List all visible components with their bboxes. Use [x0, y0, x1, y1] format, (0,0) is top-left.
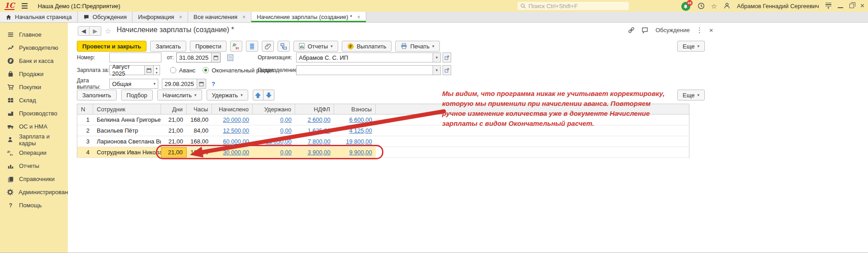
form-close-icon[interactable]: × [709, 27, 713, 33]
department-input[interactable] [296, 65, 433, 75]
sidebar-item[interactable]: ОС и НМА [0, 120, 68, 133]
sidebar-item[interactable]: ДтКтОперации [0, 146, 68, 159]
tab[interactable]: Информация× [132, 12, 188, 22]
column-header[interactable]: Сотрудник [93, 104, 161, 114]
restore-button[interactable] [849, 4, 854, 8]
pick-button[interactable]: Подбор [121, 90, 153, 100]
post-and-close-button[interactable]: Провести и закрыть [77, 41, 146, 52]
sidebar-item[interactable]: Продажи [0, 67, 68, 81]
minimize-button[interactable] [838, 7, 843, 8]
column-header[interactable]: Начислено [212, 104, 253, 114]
month-spinner[interactable]: ▲▼ [154, 65, 160, 75]
history-icon[interactable] [698, 2, 705, 10]
forward-button[interactable]: ▶ [90, 26, 101, 36]
tab-close-icon[interactable]: × [357, 14, 360, 20]
sidebar-item[interactable]: Главное [0, 28, 68, 41]
table-more-button[interactable]: Еще▾ [677, 90, 705, 100]
pay-date-value[interactable]: 29.08.2025 [162, 79, 197, 88]
tab[interactable]: Обсуждения [78, 12, 133, 22]
sidebar-item[interactable]: Склад [0, 94, 68, 107]
move-up-button[interactable] [253, 90, 264, 100]
show-postings-button[interactable]: ДтКт [230, 41, 242, 52]
salary-month-field[interactable]: Август 2025 [109, 65, 154, 75]
spin-up-icon[interactable]: ▲ [154, 66, 160, 70]
reports-button[interactable]: Отчеты▾ [293, 41, 338, 52]
cell-withheld[interactable]: 0,00 [253, 115, 295, 125]
current-user-name[interactable]: Абрамов Геннадий Сергеевич [737, 3, 819, 10]
pay-date-mode-select[interactable]: Общая ▾ [109, 79, 158, 89]
form-more-button[interactable]: Еще▾ [677, 41, 705, 52]
salary-month-value[interactable]: Август 2025 [110, 66, 144, 75]
sidebar-item[interactable]: ?Помощь [0, 199, 68, 212]
tab[interactable]: Начисление зарплаты (создание) *× [251, 12, 366, 22]
tab[interactable]: Начальная страница [0, 12, 78, 22]
pay-button[interactable]: ₽ Выплатить [342, 41, 392, 52]
tab[interactable]: Все начисления× [188, 12, 251, 22]
advance-radio[interactable] [170, 67, 176, 73]
add-favorite-star-icon[interactable]: ☆ [105, 27, 111, 35]
cell-contrib[interactable]: 4 125,00 [334, 125, 376, 136]
sidebar-item[interactable]: Производство [0, 107, 68, 120]
sidebar-item[interactable]: Справочники [0, 172, 68, 186]
organization-input[interactable]: Абрамов С. С. ИП [296, 53, 433, 62]
sidebar-item[interactable]: Зарплата и кадры [0, 133, 68, 146]
move-down-button[interactable] [264, 90, 274, 100]
document-date-value[interactable]: 31.08.2025 [177, 53, 211, 62]
sidebar-item[interactable]: ₽Банк и касса [0, 54, 68, 67]
service-menu-icon[interactable]: ▼ [826, 3, 831, 10]
sidebar-item[interactable]: Администрирование [0, 186, 68, 199]
cell-withheld[interactable]: 0,00 [253, 125, 295, 136]
document-date-field[interactable]: 31.08.2025 [176, 53, 221, 62]
fill-button[interactable]: Заполнить [77, 90, 117, 100]
attachments-button[interactable] [262, 41, 274, 52]
organization-dropdown-button[interactable]: ▾ [433, 53, 441, 62]
registers-list-button[interactable] [246, 41, 258, 52]
calendar-button[interactable] [197, 79, 206, 88]
column-header[interactable]: N [77, 104, 93, 114]
final-settlement-radio[interactable] [203, 67, 209, 73]
window-close-button[interactable]: × [860, 2, 864, 10]
help-link[interactable]: ? [212, 81, 215, 87]
department-dropdown-button[interactable]: ▾ [433, 65, 441, 75]
cell-accrued[interactable]: 20 000,00 [212, 115, 253, 125]
favorites-star-icon[interactable]: ☆ [711, 3, 717, 10]
back-button[interactable]: ◀ [78, 26, 90, 36]
column-header[interactable]: Дни [161, 104, 187, 114]
notifications-button[interactable]: 18 [681, 1, 691, 11]
accrue-button[interactable]: Начислить▾ [157, 90, 202, 100]
copy-link-icon[interactable] [627, 26, 635, 34]
tab-close-icon[interactable]: × [179, 14, 182, 20]
cell-ndfl[interactable]: 2 600,00 [295, 115, 334, 125]
withhold-button[interactable]: Удержать▾ [207, 90, 248, 100]
calendar-button[interactable] [211, 53, 220, 62]
print-button[interactable]: Печать▾ [395, 41, 439, 52]
save-button[interactable]: Записать [150, 41, 186, 52]
more-dots-icon[interactable]: ⋮ [696, 27, 703, 33]
sidebar-item[interactable]: Руководителю [0, 41, 68, 54]
document-structure-button[interactable] [278, 41, 290, 52]
cell-accrued[interactable]: 12 500,00 [212, 125, 253, 136]
document-list-icon[interactable] [227, 54, 234, 61]
sidebar-item[interactable]: Отчеты [0, 159, 68, 172]
number-input[interactable] [109, 53, 161, 62]
grid-icon [7, 97, 14, 104]
discussion-link[interactable]: Обсуждение [656, 27, 690, 33]
column-header[interactable]: Часы [187, 104, 212, 114]
department-open-button[interactable] [443, 65, 451, 75]
column-header[interactable]: НДФЛ [295, 104, 334, 114]
pay-date-field[interactable]: 29.08.2025 [162, 79, 206, 89]
main-menu-icon[interactable] [22, 3, 28, 9]
sidebar-item[interactable]: Покупки [0, 81, 68, 94]
advance-radio-label[interactable]: Аванс [179, 67, 195, 74]
calendar-button[interactable] [144, 66, 153, 75]
spin-down-icon[interactable]: ▼ [154, 70, 160, 75]
column-header[interactable]: Удержано [253, 104, 295, 114]
cell-contrib[interactable]: 6 600,00 [334, 115, 376, 125]
column-header[interactable]: Взносы [334, 104, 376, 114]
user-icon[interactable] [723, 2, 731, 10]
global-search-input[interactable]: Поиск Ctrl+Shift+F [518, 2, 629, 10]
post-button[interactable]: Провести [190, 41, 227, 52]
cell-ndfl[interactable]: 1 625,00 [295, 125, 334, 136]
tab-close-icon[interactable]: × [242, 14, 245, 20]
organization-open-button[interactable] [443, 53, 451, 62]
